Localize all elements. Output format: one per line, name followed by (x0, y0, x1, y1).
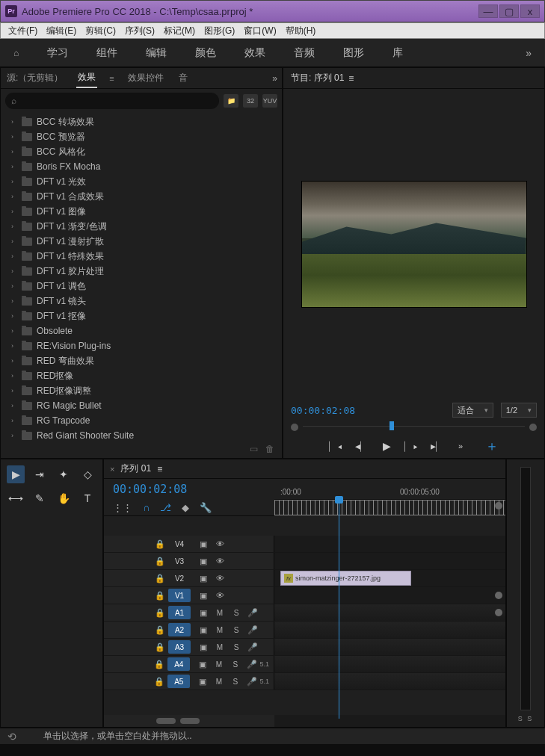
video-track[interactable]: 🔒V2▣👁fxsimon-matzinger-272157.jpg (104, 570, 505, 587)
filter-32-icon[interactable]: 32 (243, 94, 258, 108)
effects-folder[interactable]: ›DFT v1 图像 (1, 204, 282, 219)
effects-folder[interactable]: ›DFT v1 合成效果 (1, 189, 282, 204)
ws-editing[interactable]: 编辑 (146, 46, 167, 60)
search-input[interactable] (19, 96, 213, 106)
track-label[interactable]: A1 (168, 606, 191, 619)
lock-icon[interactable]: 🔒 (152, 660, 168, 669)
resolution-dropdown[interactable]: 1/2▾ (501, 403, 537, 418)
track-select-tool[interactable]: ⇥ (31, 465, 49, 483)
sequence-title[interactable]: 序列 01 (120, 462, 151, 475)
track-content[interactable]: fxsimon-matzinger-272157.jpg (274, 570, 505, 586)
video-track[interactable]: 🔒V1▣👁 (104, 587, 505, 604)
timeline-menu-icon[interactable]: ≡ (157, 464, 162, 474)
track-content[interactable] (274, 673, 505, 690)
toggle-output-icon[interactable]: ▣ (195, 539, 212, 549)
audio-track[interactable]: 🔒A4▣MS🎤5.1 (104, 656, 505, 673)
linked-selection-icon[interactable]: ⎇ (160, 502, 171, 513)
lock-icon[interactable]: 🔒 (152, 642, 168, 652)
voice-over-icon[interactable]: 🎤 (244, 660, 260, 669)
toggle-visibility-icon[interactable]: 👁 (212, 574, 228, 583)
toggle-visibility-icon[interactable]: 👁 (212, 539, 228, 548)
zoom-fit-dropdown[interactable]: 适合▾ (452, 403, 493, 418)
audio-meter[interactable] (520, 467, 531, 710)
close-sequence-icon[interactable]: × (110, 465, 114, 474)
maximize-button[interactable]: ▢ (499, 4, 519, 18)
solo-button[interactable]: S (228, 609, 244, 617)
video-clip[interactable]: fxsimon-matzinger-272157.jpg (280, 571, 411, 586)
effects-folder[interactable]: ›Boris FX Mocha (1, 159, 282, 174)
menu-markers[interactable]: 标记(M) (159, 23, 200, 39)
ws-learn[interactable]: 学习 (47, 46, 68, 60)
effects-folder[interactable]: ›Red Giant Shooter Suite (1, 428, 282, 440)
effects-folder[interactable]: ›DFT v1 漫射扩散 (1, 234, 282, 249)
tab-source[interactable]: 源:（无剪辑） (5, 69, 64, 87)
mute-button[interactable]: M (212, 643, 228, 651)
ripple-edit-tool[interactable]: ✦ (55, 465, 73, 483)
mark-out-button[interactable]: ▸⎸ (431, 440, 445, 453)
lock-icon[interactable]: 🔒 (152, 677, 168, 687)
timeline-settings-icon[interactable]: ⋮⋮ (113, 502, 132, 513)
lock-icon[interactable]: 🔒 (152, 557, 168, 566)
snap-icon[interactable]: ∩ (143, 502, 150, 513)
home-icon[interactable]: ⌂ (13, 48, 19, 58)
effects-folder[interactable]: ›BCC 转场效果 (1, 114, 282, 129)
filter-accel-icon[interactable]: 📁 (224, 94, 238, 108)
ws-color[interactable]: 颜色 (195, 46, 216, 60)
effects-folder[interactable]: ›DFT v1 调色 (1, 279, 282, 294)
menu-sequence[interactable]: 序列(S) (120, 23, 159, 39)
effects-folder[interactable]: ›RG Trapcode (1, 413, 282, 428)
timeline-ruler[interactable]: :00:00 00:00:05:00 (274, 479, 505, 500)
transport-overflow[interactable]: » (458, 441, 463, 450)
ws-libraries[interactable]: 库 (392, 46, 403, 60)
mute-button[interactable]: M (212, 609, 228, 617)
program-timecode[interactable]: 00:00:02:08 (291, 405, 355, 416)
effects-folder[interactable]: ›RED抠像 (1, 368, 282, 383)
effects-folder[interactable]: ›RE:Vision Plug-ins (1, 338, 282, 353)
menu-file[interactable]: 文件(F) (4, 23, 42, 39)
lock-icon[interactable]: 🔒 (152, 539, 168, 549)
tab-audio[interactable]: 音 (177, 69, 189, 87)
lock-icon[interactable]: 🔒 (152, 625, 168, 635)
solo-button[interactable]: S (228, 643, 244, 651)
scrub-start[interactable] (291, 424, 298, 431)
effects-folder[interactable]: ›RED 弯曲效果 (1, 353, 282, 368)
minimize-button[interactable]: — (478, 4, 498, 18)
effects-folder[interactable]: ›DFT v1 特殊效果 (1, 249, 282, 264)
ws-assembly[interactable]: 组件 (96, 46, 117, 60)
keyframe-dot[interactable] (495, 609, 502, 616)
voice-over-icon[interactable]: 🎤 (244, 642, 261, 652)
timeline-timecode[interactable]: 00:00:02:08 (113, 483, 187, 496)
track-label[interactable]: A5 (167, 675, 190, 688)
effects-folder[interactable]: ›DFT v1 渐变/色调 (1, 219, 282, 234)
selection-tool[interactable]: ▶ (7, 465, 25, 483)
type-tool[interactable]: T (78, 489, 96, 507)
filter-yuv-icon[interactable]: YUV (262, 94, 277, 108)
keyframe-dot[interactable] (495, 592, 502, 599)
lock-icon[interactable]: 🔒 (152, 591, 168, 601)
playhead-icon[interactable] (389, 421, 394, 430)
marker-icon[interactable]: ◆ (182, 502, 189, 513)
track-content[interactable] (274, 639, 505, 655)
solo-button[interactable]: S (227, 660, 244, 669)
ws-audio[interactable]: 音频 (294, 46, 315, 60)
effects-folder[interactable]: ›Obsolete (1, 323, 282, 338)
tab-effect-controls[interactable]: 效果控件 (126, 69, 165, 87)
program-menu-icon[interactable]: ≡ (348, 73, 354, 84)
close-button[interactable]: x (520, 4, 540, 18)
track-content[interactable] (274, 587, 505, 604)
audio-track[interactable]: 🔒A2▣MS🎤 (104, 622, 505, 639)
effects-search[interactable]: ⌕ (5, 93, 219, 109)
add-marker-button[interactable]: ＋ (485, 437, 499, 455)
menu-clip[interactable]: 剪辑(C) (81, 23, 120, 39)
toggle-output-icon[interactable]: ▣ (194, 677, 211, 687)
effects-folder[interactable]: ›BCC 风格化 (1, 144, 282, 159)
sync-icon[interactable]: ⟲ (7, 731, 16, 743)
track-label[interactable]: V1 (168, 589, 191, 602)
program-scrub[interactable] (283, 421, 544, 434)
effects-folder[interactable]: ›DFT v1 镜头 (1, 294, 282, 309)
track-label[interactable]: V3 (168, 554, 191, 568)
workspace-overflow[interactable]: » (526, 47, 532, 59)
lock-icon[interactable]: 🔒 (152, 608, 168, 618)
track-content[interactable] (274, 536, 505, 552)
track-label[interactable]: V2 (168, 571, 191, 585)
